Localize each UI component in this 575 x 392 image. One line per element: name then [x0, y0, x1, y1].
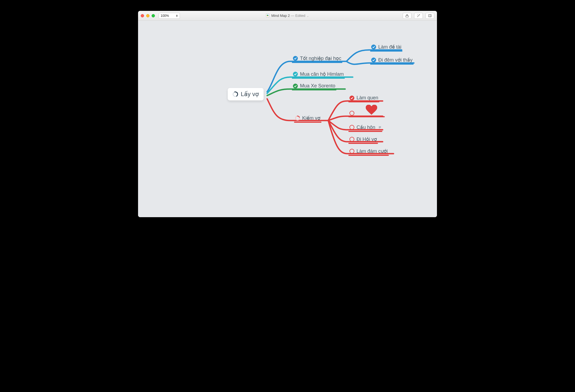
node-label: Làm quen [357, 95, 378, 101]
edited-indicator: — Edited [291, 14, 305, 18]
circle-open-icon [349, 149, 354, 154]
app-window: 100% ▲▼ Mind Map 2 — Edited ⌄ [138, 11, 437, 217]
zoom-value: 100% [161, 14, 169, 18]
stepper-icon: ▲▼ [176, 14, 178, 17]
circle-open-icon [349, 111, 354, 116]
check-icon [293, 84, 298, 88]
node-ask[interactable]: Đi Hỏi vợ [349, 136, 377, 142]
check-icon [371, 58, 376, 62]
progress-ring-icon [232, 91, 239, 98]
node-label: Mua căn hộ Himlam [300, 71, 344, 77]
svg-point-1 [420, 14, 420, 15]
panels-icon [428, 14, 432, 18]
doc-title-text: Mind Map 2 [271, 14, 290, 18]
zoom-select[interactable]: 100% ▲▼ [159, 13, 180, 19]
check-icon [371, 45, 376, 49]
node-label: Làm đề tài [378, 44, 401, 50]
node-label: Mua Xe Sorento [300, 83, 335, 89]
check-icon [349, 96, 354, 100]
mindmap-canvas[interactable]: Lấy vợ Tốt nghiệp đại học Làm đề tài Đi … [138, 21, 437, 217]
progress-ring-icon [294, 115, 301, 122]
root-node[interactable]: Lấy vợ [228, 88, 264, 100]
node-meet[interactable]: Làm quen [349, 95, 378, 101]
root-label: Lấy vợ [241, 91, 259, 98]
maximize-button[interactable] [152, 14, 155, 17]
sidebar-toggle-button[interactable] [426, 13, 434, 19]
node-label: Cầu hôn [357, 124, 375, 130]
share-icon [405, 14, 409, 18]
node-label: Đi Hỏi vợ [357, 136, 377, 142]
style-button[interactable] [414, 13, 423, 19]
node-label: Làm đám cưới [357, 148, 388, 154]
check-icon [293, 56, 298, 61]
node-car[interactable]: Mua Xe Sorento [293, 83, 335, 89]
node-label: Đi đêm với thầy [378, 57, 412, 63]
node-wedding[interactable]: Làm đám cưới [349, 148, 388, 154]
node-topic[interactable]: Làm đề tài [371, 44, 401, 50]
minimize-button[interactable] [146, 14, 149, 17]
window-title: Mind Map 2 — Edited ⌄ [138, 14, 437, 18]
node-grad[interactable]: Tốt nghiệp đại học [293, 55, 341, 61]
document-icon [266, 14, 269, 17]
wand-icon [417, 14, 420, 18]
chevron-down-icon: ⌄ [307, 15, 309, 17]
node-label: Tốt nghiệp đại học [300, 55, 341, 61]
connectors [138, 21, 437, 217]
node-findwife[interactable]: Kiếm vợ [295, 115, 320, 121]
traffic-lights [141, 14, 155, 17]
node-apt[interactable]: Mua căn hộ Himlam [293, 71, 344, 77]
circle-open-icon [349, 137, 354, 142]
node-night[interactable]: Đi đêm với thầy [371, 57, 412, 63]
node-propose[interactable]: Cầu hôn [349, 124, 381, 130]
heart-icon [366, 105, 377, 115]
close-button[interactable] [141, 14, 144, 17]
titlebar: 100% ▲▼ Mind Map 2 — Edited ⌄ [138, 11, 437, 21]
node-label: Kiếm vợ [302, 115, 320, 121]
note-icon [379, 126, 381, 129]
share-button[interactable] [403, 13, 411, 19]
check-icon [293, 72, 298, 77]
circle-open-icon [349, 125, 354, 130]
